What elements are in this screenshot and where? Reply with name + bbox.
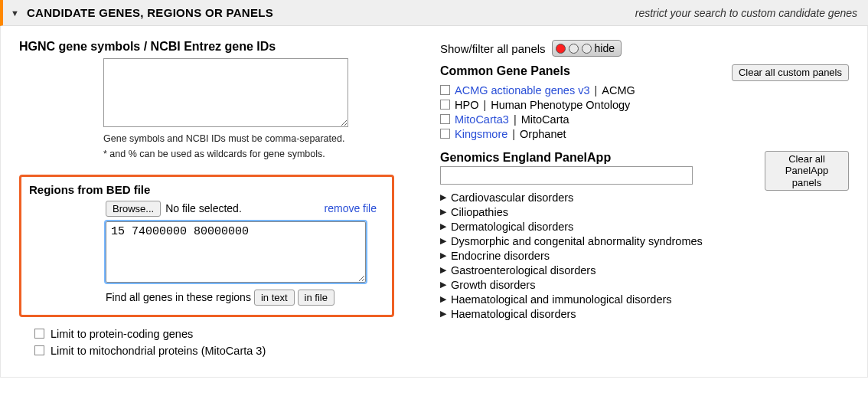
expand-icon: ▶ [440, 280, 446, 290]
in-text-button[interactable]: in text [254, 290, 295, 306]
show-filter-label: Show/filter all panels [440, 42, 546, 55]
section-subtitle: restrict your search to custom candidate… [635, 7, 857, 19]
panelapp-category[interactable]: ▶Gastroenterological disorders [440, 264, 749, 276]
in-file-button[interactable]: in file [298, 290, 334, 306]
panelapp-category-label: Gastroenterological disorders [451, 264, 596, 276]
separator: | [514, 113, 517, 126]
panel-link[interactable]: ACMG actionable genes v3 [455, 84, 590, 97]
content: HGNC gene symbols / NCBI Entrez gene IDs… [0, 26, 868, 378]
section-header[interactable]: ▼ CANDIDATE GENES, REGIONS OR PANELS res… [0, 0, 868, 26]
gene-help-1: Gene symbols and NCBI IDs must be comma-… [103, 133, 394, 145]
panelapp-search-input[interactable] [440, 166, 693, 185]
separator: | [483, 99, 486, 111]
dot-off-icon [582, 44, 592, 54]
panelapp-category[interactable]: ▶Dermatological disorders [440, 221, 749, 233]
panel-link[interactable]: MitoCarta3 [455, 113, 509, 126]
expand-icon: ▶ [440, 309, 446, 319]
panel-checkbox[interactable] [440, 85, 450, 95]
hide-button-label: hide [595, 42, 615, 54]
expand-icon: ▶ [440, 250, 446, 260]
bed-label: Regions from BED file [29, 183, 384, 196]
hide-panels-button[interactable]: hide [552, 40, 622, 57]
protein-coding-label: Limit to protein-coding genes [51, 328, 193, 340]
dot-off-icon [569, 44, 579, 54]
panelapp-category-label: Dysmorphic and congenital abnormality sy… [451, 235, 703, 247]
panel-source: MitoCarta [521, 113, 569, 126]
right-column: Show/filter all panels hide Common Gene … [440, 40, 849, 362]
panelapp-category-label: Ciliopathies [451, 206, 508, 218]
panel-link: HPO [455, 99, 478, 111]
bed-regions-box: Regions from BED file Browse... No file … [19, 175, 394, 317]
common-panels-heading: Common Gene Panels [440, 64, 570, 78]
clear-panelapp-button[interactable]: Clear all PanelApp panels [765, 151, 849, 191]
panel-item: HPO | Human Phenotype Ontology [440, 99, 849, 111]
panelapp-category-label: Dermatological disorders [451, 221, 573, 233]
left-column: HGNC gene symbols / NCBI Entrez gene IDs… [19, 40, 394, 362]
expand-icon: ▶ [440, 207, 446, 217]
common-panels-list: ACMG actionable genes v3 | ACMGHPO | Hum… [440, 84, 849, 140]
panelapp-category-label: Haematological and immunological disorde… [451, 293, 672, 306]
bed-text-input[interactable] [106, 221, 366, 283]
panel-source: Human Phenotype Ontology [491, 99, 630, 111]
mitocarta-label: Limit to mitochondrial proteins (MitoCar… [51, 345, 266, 357]
panelapp-category[interactable]: ▶Dysmorphic and congenital abnormality s… [440, 235, 749, 247]
panelapp-category-label: Growth disorders [451, 279, 535, 291]
panelapp-category-label: Haematological disorders [451, 308, 576, 320]
expand-icon: ▶ [440, 294, 446, 304]
panelapp-category[interactable]: ▶Haematological and immunological disord… [440, 293, 749, 306]
panelapp-category[interactable]: ▶Cardiovascular disorders [440, 191, 749, 204]
browse-button[interactable]: Browse... [106, 201, 161, 217]
find-genes-label: Find all genes in these regions [106, 291, 251, 303]
no-file-selected: No file selected. [165, 202, 242, 214]
panelapp-category-label: Endocrine disorders [451, 250, 550, 262]
expand-icon: ▶ [440, 236, 446, 246]
panel-item: ACMG actionable genes v3 | ACMG [440, 84, 849, 97]
section-title: CANDIDATE GENES, REGIONS OR PANELS [27, 6, 273, 19]
panel-checkbox[interactable] [440, 114, 450, 124]
panelapp-category[interactable]: ▶Haematological disorders [440, 308, 749, 320]
separator: | [595, 84, 598, 97]
expand-icon: ▶ [440, 221, 446, 231]
panelapp-category[interactable]: ▶Ciliopathies [440, 206, 749, 218]
panel-checkbox[interactable] [440, 129, 450, 139]
dot-red-icon [556, 44, 566, 54]
panel-link[interactable]: Kingsmore [455, 128, 507, 140]
panel-checkbox[interactable] [440, 100, 450, 110]
gene-symbols-input[interactable] [103, 58, 348, 127]
collapse-icon: ▼ [11, 8, 19, 18]
panel-source: ACMG [602, 84, 635, 97]
panelapp-category[interactable]: ▶Endocrine disorders [440, 250, 749, 262]
panel-item: MitoCarta3 | MitoCarta [440, 113, 849, 126]
panelapp-category[interactable]: ▶Growth disorders [440, 279, 749, 291]
separator: | [512, 128, 515, 140]
panel-item: Kingsmore | Orphanet [440, 128, 849, 140]
panel-source: Orphanet [520, 128, 566, 140]
protein-coding-checkbox[interactable] [34, 329, 44, 339]
genomics-england-heading: Genomics England PanelApp [440, 151, 757, 165]
mitocarta-checkbox[interactable] [34, 345, 44, 355]
expand-icon: ▶ [440, 265, 446, 275]
expand-icon: ▶ [440, 192, 446, 202]
gene-symbols-label: HGNC gene symbols / NCBI Entrez gene IDs [19, 40, 394, 54]
remove-file-link[interactable]: remove file [325, 202, 377, 214]
gene-help-2: * and % can be used as wildcards for gen… [103, 148, 394, 160]
panelapp-list[interactable]: ▶Cardiovascular disorders▶Ciliopathies▶D… [440, 189, 757, 362]
panelapp-category-label: Cardiovascular disorders [451, 191, 573, 204]
clear-custom-button[interactable]: Clear all custom panels [732, 64, 849, 81]
